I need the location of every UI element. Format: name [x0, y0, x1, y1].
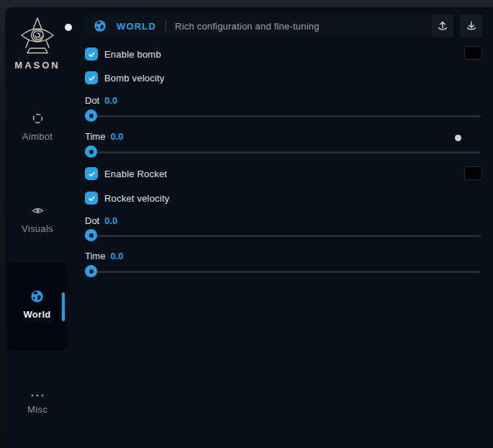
sidebar-item-label: Visuals [5, 223, 70, 234]
slider-label-rocket-dot: Dot 0.0 [85, 215, 117, 226]
bomb-color-swatch[interactable] [464, 46, 482, 60]
header-divider [166, 20, 166, 32]
active-tab-indicator [62, 292, 65, 321]
sidebar-item-label: Aimbot [5, 131, 70, 142]
sidebar: MASON Aimbot Visuals [5, 7, 70, 448]
sidebar-item-aimbot[interactable]: Aimbot [5, 112, 70, 142]
slider-label-rocket-time: Time 0.0 [85, 251, 123, 261]
globe-icon [30, 290, 44, 303]
slider-thumb-rocket-dot[interactable] [85, 229, 97, 241]
rocket-color-swatch[interactable] [464, 166, 482, 180]
sidebar-item-world[interactable]: World [7, 262, 67, 351]
eye-icon [32, 205, 44, 217]
page-header: WORLD Rich configuration and fine-tuning [85, 14, 430, 37]
cursor-dot [455, 135, 461, 141]
menu-window: MASON Aimbot Visuals [5, 7, 493, 448]
globe-icon [94, 19, 107, 32]
slider-value: 0.0 [110, 251, 123, 261]
sidebar-item-label: World [7, 309, 67, 320]
toggle-rocket-velocity[interactable]: Rocket velocity [85, 192, 169, 205]
slider-track-rocket-dot[interactable] [85, 235, 481, 237]
sidebar-item-misc[interactable]: Misc [5, 388, 70, 415]
slider-value: 0.0 [104, 95, 117, 106]
checkbox-checked-icon[interactable] [85, 192, 98, 205]
toggle-enable-bomb[interactable]: Enable bomb [85, 48, 161, 61]
import-config-button[interactable] [460, 14, 482, 37]
download-icon [466, 20, 477, 32]
toggle-label: Rocket velocity [104, 193, 169, 204]
ellipsis-icon [29, 393, 46, 398]
brand-name: MASON [5, 60, 70, 71]
sidebar-item-visuals[interactable]: Visuals [5, 205, 70, 234]
crosshair-icon [32, 112, 44, 125]
toggle-label: Enable bomb [104, 49, 161, 60]
slider-label-bomb-dot: Dot 0.0 [85, 95, 117, 106]
slider-value: 0.0 [110, 131, 123, 142]
toggle-label: Enable Rocket [104, 169, 167, 179]
upload-icon [437, 20, 448, 32]
export-config-button[interactable] [431, 14, 453, 37]
slider-name: Dot [85, 95, 99, 106]
slider-value: 0.0 [104, 215, 117, 226]
sidebar-item-label: Misc [5, 404, 70, 415]
checkbox-checked-icon[interactable] [85, 48, 98, 61]
slider-label-bomb-time: Time 0.0 [85, 131, 123, 142]
slider-track-bomb-dot[interactable] [85, 115, 481, 117]
slider-track-rocket-time[interactable] [85, 271, 481, 273]
slider-thumb-rocket-time[interactable] [85, 265, 97, 277]
toggle-bomb-velocity[interactable]: Bomb velocity [85, 71, 165, 84]
toggle-enable-rocket[interactable]: Enable Rocket [85, 167, 167, 180]
slider-thumb-bomb-dot[interactable] [85, 109, 97, 122]
slider-track-bomb-time[interactable] [85, 151, 481, 153]
page-title: WORLD [117, 21, 156, 32]
checkbox-checked-icon[interactable] [85, 71, 98, 84]
cursor-dot [65, 24, 72, 31]
slider-name: Dot [85, 215, 99, 226]
toggle-label: Bomb velocity [104, 73, 165, 84]
slider-thumb-bomb-time[interactable] [85, 145, 97, 158]
checkbox-checked-icon[interactable] [85, 167, 98, 180]
slider-name: Time [85, 131, 105, 142]
eye-pyramid-logo-icon [20, 16, 55, 56]
page-subtitle: Rich configuration and fine-tuning [175, 21, 319, 32]
slider-name: Time [85, 251, 105, 261]
